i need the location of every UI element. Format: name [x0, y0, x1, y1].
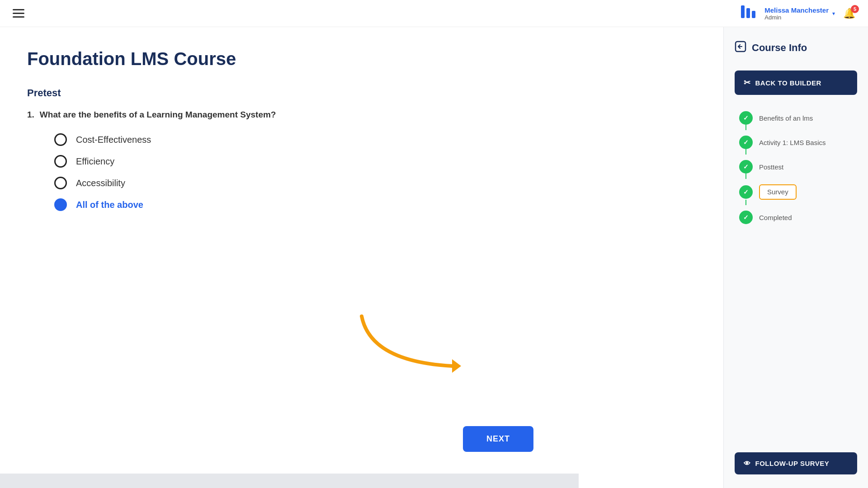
progress-label-posttest: Posttest: [759, 163, 783, 171]
survey-highlight-box: Survey: [759, 184, 797, 200]
bottom-bar: [0, 474, 579, 488]
arrow-annotation: [344, 307, 488, 389]
next-button[interactable]: NEXT: [463, 426, 533, 452]
content-area: Foundation LMS Course Pretest 1.What are…: [0, 27, 723, 488]
course-title: Foundation LMS Course: [27, 49, 696, 69]
main-layout: Foundation LMS Course Pretest 1.What are…: [0, 27, 868, 488]
chevron-down-icon: ▾: [832, 10, 835, 17]
radio-efficiency[interactable]: [54, 155, 67, 168]
question-text: What are the benefits of a Learning Mana…: [40, 110, 276, 119]
progress-item-posttest[interactable]: ✓ Posttest: [739, 155, 857, 179]
course-info-header: Course Info: [735, 41, 857, 55]
follow-up-survey-button[interactable]: 👁 FOLLOW-UP SURVEY: [735, 452, 857, 474]
radio-cost-effectiveness[interactable]: [54, 133, 67, 146]
svg-rect-0: [741, 5, 745, 18]
check-icon-benefits: ✓: [739, 111, 753, 125]
user-text: Melissa Manchester Admin: [764, 6, 829, 21]
sidebar: Course Info ✂ BACK TO BUILDER ✓ Benefits…: [723, 27, 868, 488]
svg-rect-1: [746, 8, 750, 18]
radio-accessibility[interactable]: [54, 177, 67, 189]
option-efficiency[interactable]: Efficiency: [54, 155, 696, 168]
user-name: Melissa Manchester: [764, 6, 829, 14]
scissors-icon: ✂: [744, 78, 751, 88]
option-label-efficiency: Efficiency: [76, 156, 114, 167]
user-info[interactable]: Melissa Manchester Admin ▾: [764, 6, 835, 21]
follow-up-label: FOLLOW-UP SURVEY: [755, 460, 830, 467]
course-info-icon: [735, 41, 746, 55]
svg-rect-2: [752, 11, 755, 18]
check-icon-activity1: ✓: [739, 136, 753, 149]
back-to-builder-label: BACK TO BUILDER: [755, 79, 821, 87]
check-icon-survey: ✓: [739, 185, 753, 199]
user-role: Admin: [764, 14, 781, 21]
option-label-cost-effectiveness: Cost-Effectiveness: [76, 135, 151, 145]
option-label-all-above: All of the above: [76, 200, 143, 210]
check-icon-completed: ✓: [739, 211, 753, 224]
answer-options: Cost-Effectiveness Efficiency Accessibil…: [54, 133, 696, 211]
hamburger-menu[interactable]: [13, 9, 24, 18]
back-to-builder-button[interactable]: ✂ BACK TO BUILDER: [735, 70, 857, 95]
section-label: Pretest: [27, 87, 696, 99]
nav-right: Melissa Manchester Admin ▾ 🔔 5: [740, 4, 855, 23]
option-cost-effectiveness[interactable]: Cost-Effectiveness: [54, 133, 696, 146]
progress-item-activity1[interactable]: ✓ Activity 1: LMS Basics: [739, 130, 857, 155]
progress-item-benefits[interactable]: ✓ Benefits of an lms: [739, 106, 857, 130]
option-label-accessibility: Accessibility: [76, 178, 125, 188]
progress-label-survey: Survey: [767, 188, 788, 196]
logo-icon: [740, 4, 756, 23]
option-all-above[interactable]: All of the above: [54, 198, 696, 211]
progress-item-survey[interactable]: ✓ Survey: [739, 179, 857, 205]
progress-label-activity1: Activity 1: LMS Basics: [759, 139, 826, 146]
top-navigation: Melissa Manchester Admin ▾ 🔔 5: [0, 0, 868, 27]
question-number: 1.: [27, 110, 34, 119]
svg-marker-3: [452, 359, 461, 373]
eye-icon: 👁: [744, 460, 751, 467]
question: 1.What are the benefits of a Learning Ma…: [27, 110, 696, 120]
course-info-title: Course Info: [752, 42, 807, 54]
progress-label-benefits: Benefits of an lms: [759, 114, 813, 122]
progress-list: ✓ Benefits of an lms ✓ Activity 1: LMS B…: [739, 106, 857, 230]
progress-label-completed: Completed: [759, 214, 792, 221]
option-accessibility[interactable]: Accessibility: [54, 177, 696, 189]
notification-bell[interactable]: 🔔 5: [843, 8, 855, 19]
progress-item-completed[interactable]: ✓ Completed: [739, 205, 857, 230]
check-icon-posttest: ✓: [739, 160, 753, 174]
notification-badge: 5: [851, 5, 859, 13]
radio-all-above[interactable]: [54, 198, 67, 211]
